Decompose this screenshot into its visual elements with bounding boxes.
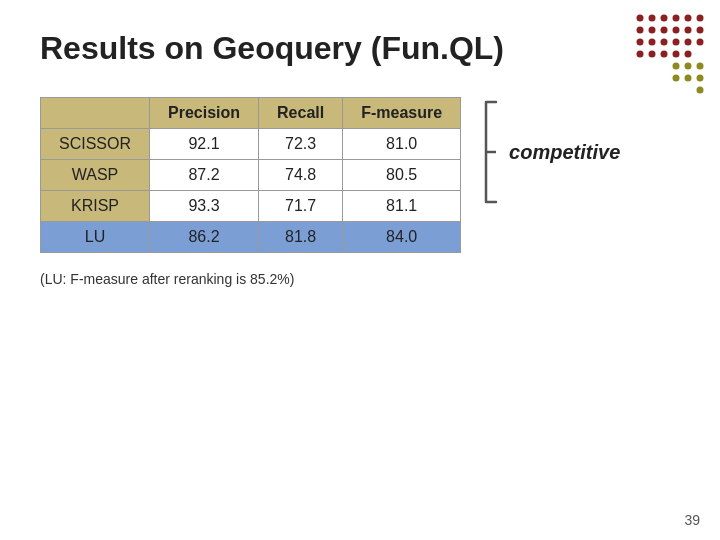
svg-point-4	[685, 15, 692, 22]
row-lu-recall: 81.8	[259, 222, 343, 253]
row-wasp-precision: 87.2	[150, 160, 259, 191]
row-krisp-name: KRISP	[41, 191, 150, 222]
svg-point-9	[673, 27, 680, 34]
table-container: Precision Recall F-measure SCISSOR 92.1 …	[40, 97, 461, 253]
table-row-lu: LU 86.2 81.8 84.0	[41, 222, 461, 253]
row-krisp-recall: 71.7	[259, 191, 343, 222]
svg-point-16	[685, 39, 692, 46]
slide: Results on Geoquery (Fun.QL) Precision R…	[0, 0, 720, 540]
row-lu-precision: 86.2	[150, 222, 259, 253]
svg-point-11	[697, 27, 704, 34]
content-area: Precision Recall F-measure SCISSOR 92.1 …	[40, 97, 680, 253]
bracket-icon	[481, 97, 501, 207]
results-table: Precision Recall F-measure SCISSOR 92.1 …	[40, 97, 461, 253]
svg-point-15	[673, 39, 680, 46]
bracket-container: competitive	[481, 97, 620, 207]
table-row-scissor: SCISSOR 92.1 72.3 81.0	[41, 129, 461, 160]
svg-point-2	[661, 15, 668, 22]
svg-point-20	[661, 51, 668, 58]
col-header-precision: Precision	[150, 98, 259, 129]
table-row-krisp: KRISP 93.3 71.7 81.1	[41, 191, 461, 222]
row-scissor-fmeasure: 81.0	[343, 129, 461, 160]
svg-point-10	[685, 27, 692, 34]
row-lu-fmeasure: 84.0	[343, 222, 461, 253]
row-krisp-precision: 93.3	[150, 191, 259, 222]
svg-point-22	[685, 51, 692, 58]
svg-point-19	[649, 51, 656, 58]
row-wasp-fmeasure: 80.5	[343, 160, 461, 191]
dots-decoration	[630, 10, 710, 100]
svg-point-18	[637, 51, 644, 58]
table-row-wasp: WASP 87.2 74.8 80.5	[41, 160, 461, 191]
row-scissor-name: SCISSOR	[41, 129, 150, 160]
svg-point-1	[649, 15, 656, 22]
row-wasp-name: WASP	[41, 160, 150, 191]
svg-point-12	[637, 39, 644, 46]
svg-point-3	[673, 15, 680, 22]
svg-point-5	[697, 15, 704, 22]
competitive-label: competitive	[509, 141, 620, 164]
svg-point-24	[685, 63, 692, 70]
svg-point-6	[637, 27, 644, 34]
table-header-row: Precision Recall F-measure	[41, 98, 461, 129]
svg-point-21	[673, 51, 680, 58]
row-lu-name: LU	[41, 222, 150, 253]
footnote: (LU: F-measure after reranking is 85.2%)	[40, 271, 680, 287]
svg-point-28	[697, 75, 704, 82]
svg-point-8	[661, 27, 668, 34]
svg-point-26	[673, 75, 680, 82]
col-header-fmeasure: F-measure	[343, 98, 461, 129]
svg-point-17	[697, 39, 704, 46]
svg-point-7	[649, 27, 656, 34]
page-title: Results on Geoquery (Fun.QL)	[40, 30, 680, 67]
svg-point-29	[697, 87, 704, 94]
svg-point-27	[685, 75, 692, 82]
svg-point-14	[661, 39, 668, 46]
col-header-recall: Recall	[259, 98, 343, 129]
svg-point-23	[673, 63, 680, 70]
row-wasp-recall: 74.8	[259, 160, 343, 191]
svg-point-13	[649, 39, 656, 46]
row-scissor-precision: 92.1	[150, 129, 259, 160]
col-header-name	[41, 98, 150, 129]
svg-point-0	[637, 15, 644, 22]
row-krisp-fmeasure: 81.1	[343, 191, 461, 222]
svg-point-25	[697, 63, 704, 70]
row-scissor-recall: 72.3	[259, 129, 343, 160]
page-number: 39	[684, 512, 700, 528]
